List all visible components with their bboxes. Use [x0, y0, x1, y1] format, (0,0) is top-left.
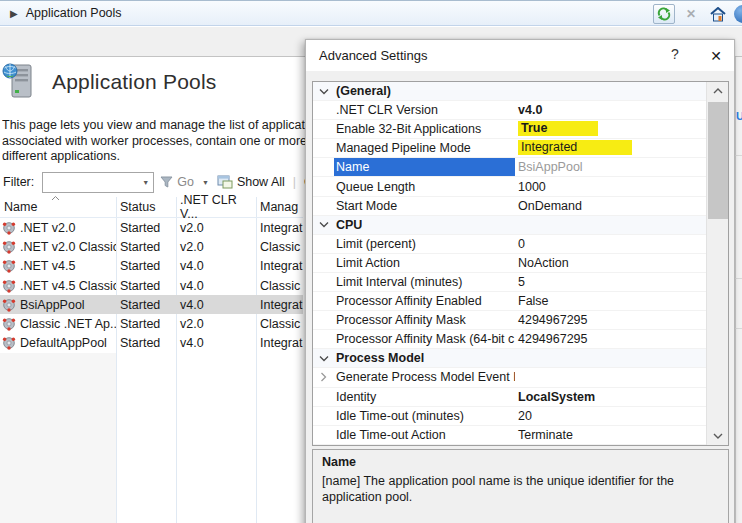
settings-row[interactable]: Processor Affinity Mask4294967295	[313, 311, 706, 330]
settings-row[interactable]: IdentityLocalSystem	[313, 388, 706, 407]
settings-row[interactable]: Processor Affinity Mask (64-bit c4294967…	[313, 330, 706, 349]
property-description-body: [name] The application pool name is the …	[322, 473, 719, 505]
setting-value[interactable]: 0	[515, 237, 706, 251]
setting-label: Idle Time-out Action	[334, 428, 515, 442]
settings-section-row[interactable]: CPU	[313, 216, 706, 235]
table-row[interactable]: .NET v4.5 ClassicStartedv4.0Classic	[0, 276, 303, 295]
setting-value[interactable]: 5	[515, 275, 706, 289]
setting-value[interactable]: OnDemand	[515, 199, 706, 213]
settings-row[interactable]: Start ModeOnDemand	[313, 197, 706, 216]
dialog-help-button[interactable]: ?	[664, 46, 686, 66]
refresh-icon	[657, 7, 671, 21]
iis-manager-window: ▶ Application Pools ✕	[0, 0, 742, 523]
settings-grid-rows: (General).NET CLR Versionv4.0Enable 32-B…	[313, 82, 706, 445]
column-header-pipeline[interactable]: Manag	[256, 200, 303, 214]
setting-value[interactable]: NoAction	[515, 256, 706, 270]
settings-row[interactable]: Limit (percent)0	[313, 235, 706, 254]
chevron-down-icon[interactable]	[319, 355, 329, 362]
help-icon[interactable]	[734, 5, 742, 23]
setting-value[interactable]: LocalSystem	[515, 390, 706, 404]
setting-value[interactable]: BsiAppPool	[515, 160, 706, 174]
setting-value[interactable]: Terminate	[515, 428, 706, 442]
toolbar-separator: |	[293, 175, 296, 189]
settings-row[interactable]: .NET CLR Versionv4.0	[313, 101, 706, 120]
chevron-down-icon[interactable]	[319, 88, 329, 95]
setting-label: CPU	[334, 218, 704, 232]
go-button[interactable]: Go	[177, 175, 194, 189]
dialog-title: Advanced Settings	[319, 48, 427, 63]
filter-input[interactable]: ▼	[42, 172, 154, 193]
setting-label: Start Mode	[334, 199, 515, 213]
list-empty-area	[0, 353, 116, 523]
app-pool-icon	[2, 240, 16, 254]
column-header-name[interactable]: Name	[0, 200, 116, 214]
chevron-down-icon[interactable]	[319, 221, 329, 228]
page-title: Application Pools	[52, 70, 217, 94]
home-button[interactable]	[707, 4, 729, 24]
column-header-status[interactable]: Status	[116, 200, 176, 214]
settings-row[interactable]: Enable 32-Bit ApplicationsTrue	[313, 120, 706, 139]
setting-value[interactable]: 20	[515, 409, 706, 423]
setting-label: Process Model	[334, 351, 704, 365]
setting-label: Identity	[334, 390, 515, 404]
table-row[interactable]: .NET v2.0 ClassicStartedv2.0Classic	[0, 237, 303, 256]
go-dropdown-icon[interactable]: ▼	[198, 179, 213, 186]
scroll-up-icon[interactable]	[707, 82, 729, 100]
show-all-icon	[217, 175, 233, 189]
setting-label: Queue Length	[334, 180, 515, 194]
table-row[interactable]: .NET v2.0Startedv2.0Integrat	[0, 218, 303, 237]
setting-label: Processor Affinity Mask (64-bit c	[334, 332, 515, 346]
show-all-button[interactable]: Show All	[237, 175, 285, 189]
dialog-close-button[interactable]: ✕	[702, 44, 730, 68]
table-row[interactable]: DefaultAppPoolStartedv4.0Integrat	[0, 334, 303, 353]
setting-value[interactable]: 4294967295	[515, 313, 706, 327]
settings-row[interactable]: Idle Time-out ActionTerminate	[313, 426, 706, 445]
settings-row[interactable]: Processor Affinity EnabledFalse	[313, 292, 706, 311]
setting-value[interactable]: 1000	[515, 180, 706, 194]
column-header-clr[interactable]: .NET CLR V...	[176, 193, 256, 221]
settings-row[interactable]: Queue Length1000	[313, 177, 706, 196]
app-pool-icon	[2, 298, 16, 312]
setting-label: Limit Interval (minutes)	[334, 275, 515, 289]
breadcrumb[interactable]: Application Pools	[26, 6, 122, 20]
table-row[interactable]: .NET v4.5Startedv4.0Integrat	[0, 257, 303, 276]
actions-pane-link-fragment[interactable]: U	[736, 110, 742, 121]
settings-section-row[interactable]: (General)	[313, 82, 706, 101]
setting-value[interactable]: False	[515, 294, 706, 308]
settings-scrollbar[interactable]	[706, 82, 728, 445]
scroll-down-icon[interactable]	[707, 427, 729, 445]
setting-value[interactable]: Integrated	[515, 140, 706, 156]
settings-section-row[interactable]: Process Model	[313, 349, 706, 368]
app-pool-icon	[2, 259, 16, 273]
settings-row[interactable]: Managed Pipeline ModeIntegrated	[313, 139, 706, 158]
filter-funnel-icon	[160, 176, 173, 188]
app-pool-icon	[2, 279, 16, 293]
chevron-right-icon[interactable]	[320, 372, 327, 382]
table-row[interactable]: Classic .NET Ap...Startedv2.0Classic	[0, 314, 303, 333]
refresh-button[interactable]	[653, 4, 675, 24]
setting-value[interactable]: 4294967295	[515, 332, 706, 346]
settings-row[interactable]: NameBsiAppPool	[313, 158, 706, 177]
application-pools-icon	[2, 62, 38, 100]
breadcrumb-bar: ▶ Application Pools ✕	[0, 0, 742, 26]
setting-label: (General)	[334, 84, 704, 98]
property-description-title: Name	[322, 455, 719, 469]
breadcrumb-arrow-icon[interactable]: ▶	[10, 8, 18, 19]
scrollbar-thumb[interactable]	[708, 102, 728, 219]
table-row[interactable]: BsiAppPoolStartedv4.0Integrat	[0, 295, 303, 314]
page-description: This page lets you view and manage the l…	[2, 118, 342, 165]
setting-label: Name	[334, 158, 515, 176]
app-pools-list: Name Status .NET CLR V... Manag .NET v2.…	[0, 197, 303, 353]
setting-label: Limit (percent)	[334, 237, 515, 251]
settings-row[interactable]: Limit Interval (minutes)5	[313, 273, 706, 292]
setting-label: Generate Process Model Event L	[334, 370, 515, 384]
setting-label: Processor Affinity Enabled	[334, 294, 515, 308]
stop-icon: ✕	[686, 7, 696, 21]
settings-row[interactable]: Generate Process Model Event L	[313, 368, 706, 387]
setting-label: Limit Action	[334, 256, 515, 270]
setting-value[interactable]: v4.0	[515, 103, 706, 117]
setting-value[interactable]: True	[515, 121, 706, 137]
setting-label: Managed Pipeline Mode	[334, 141, 515, 155]
settings-row[interactable]: Limit ActionNoAction	[313, 254, 706, 273]
settings-row[interactable]: Idle Time-out (minutes)20	[313, 407, 706, 426]
